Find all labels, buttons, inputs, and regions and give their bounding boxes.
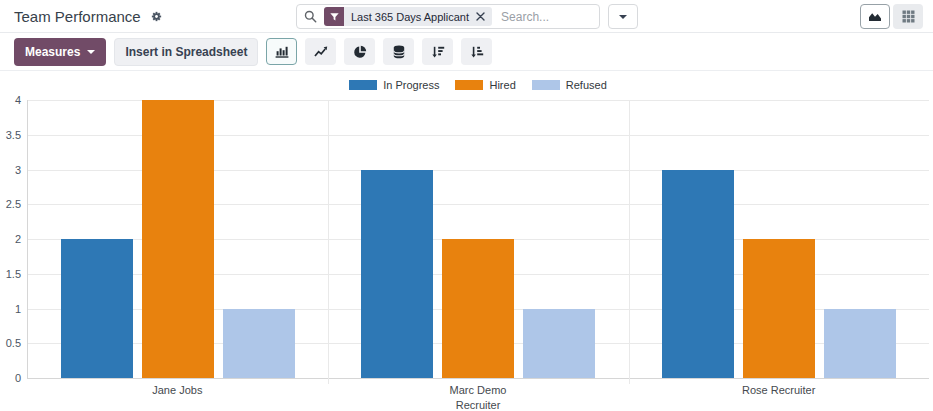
bar[interactable] xyxy=(61,239,133,378)
search-dropdown-toggle[interactable] xyxy=(608,4,638,29)
pivot-table-icon xyxy=(902,10,915,23)
x-axis: Jane JobsMarc DemoRose Recruiter xyxy=(27,384,929,396)
line-chart-button[interactable] xyxy=(305,38,336,65)
y-tick-label: 3 xyxy=(15,164,21,176)
y-tick-label: 0 xyxy=(15,372,21,384)
facet-body: Last 365 Days Applicant xyxy=(344,7,492,26)
graph-view-button[interactable] xyxy=(860,4,890,29)
bar-chart-icon xyxy=(275,45,289,58)
y-tick-label: 2.5 xyxy=(6,198,21,210)
sort-ascending-icon xyxy=(470,45,484,59)
bar[interactable] xyxy=(523,309,595,379)
x-tick-label: Jane Jobs xyxy=(27,384,328,396)
y-tick-label: 2 xyxy=(15,233,21,245)
legend-item[interactable]: In Progress xyxy=(349,79,439,91)
y-tick-label: 1.5 xyxy=(6,268,21,280)
view-switcher xyxy=(860,4,923,29)
app-window: Team Performance xyxy=(0,0,933,411)
sort-descending-icon xyxy=(431,45,445,59)
bar[interactable] xyxy=(223,309,295,379)
legend-swatch xyxy=(455,80,483,90)
legend-label: Hired xyxy=(489,79,515,91)
gear-icon[interactable] xyxy=(150,10,163,23)
search-icon xyxy=(304,10,317,23)
stacked-button[interactable] xyxy=(383,38,414,65)
facet-label: Last 365 Days Applicant xyxy=(351,11,469,23)
page-title: Team Performance xyxy=(14,8,141,25)
legend-label: Refused xyxy=(566,79,607,91)
x-tick-label: Marc Demo xyxy=(328,384,629,396)
chevron-down-icon xyxy=(87,50,95,54)
y-tick-label: 3.5 xyxy=(6,129,21,141)
measures-button[interactable]: Measures xyxy=(14,38,106,66)
bar-group xyxy=(28,100,328,378)
legend-swatch xyxy=(349,80,377,90)
pie-chart-button[interactable] xyxy=(344,38,375,65)
legend-label: In Progress xyxy=(383,79,439,91)
bar-group xyxy=(328,100,628,378)
gear-icon-glyph xyxy=(150,10,163,23)
control-panel: Measures Insert in Spreadsheet xyxy=(0,33,933,71)
top-bar: Team Performance xyxy=(0,0,933,33)
close-icon[interactable] xyxy=(476,12,485,21)
chevron-down-icon xyxy=(619,15,627,19)
legend-swatch xyxy=(532,80,560,90)
bar[interactable] xyxy=(361,170,433,379)
y-axis: 00.511.522.533.54 xyxy=(0,100,21,378)
bar-group xyxy=(629,100,929,378)
bar-chart-button[interactable] xyxy=(266,38,297,65)
line-chart-icon xyxy=(314,45,328,58)
bar[interactable] xyxy=(743,239,815,378)
legend-item[interactable]: Refused xyxy=(532,79,607,91)
bar[interactable] xyxy=(662,170,734,379)
bar[interactable] xyxy=(142,100,214,378)
y-tick-label: 1 xyxy=(15,303,21,315)
filter-funnel-icon xyxy=(324,7,344,26)
plot-area xyxy=(27,100,929,379)
y-tick-label: 0.5 xyxy=(6,337,21,349)
search-input[interactable] xyxy=(499,9,592,25)
pivot-view-button[interactable] xyxy=(893,4,923,29)
bar-groups xyxy=(28,100,929,378)
y-tick-label: 4 xyxy=(15,94,21,106)
search-group: Last 365 Days Applicant xyxy=(296,4,638,29)
legend-item[interactable]: Hired xyxy=(455,79,515,91)
insert-in-spreadsheet-button[interactable]: Insert in Spreadsheet xyxy=(114,38,258,66)
chart-legend: In ProgressHiredRefused xyxy=(27,79,929,91)
measures-label: Measures xyxy=(25,45,80,59)
search-facet: Last 365 Days Applicant xyxy=(324,7,492,26)
area-chart-icon xyxy=(868,10,882,23)
x-axis-title: Recruiter xyxy=(27,399,929,411)
pie-chart-icon xyxy=(353,45,367,59)
sort-ascending-button[interactable] xyxy=(461,38,492,65)
chart-area: In ProgressHiredRefused 00.511.522.533.5… xyxy=(0,71,933,411)
x-tick-label: Rose Recruiter xyxy=(628,384,929,396)
sort-descending-button[interactable] xyxy=(422,38,453,65)
bar[interactable] xyxy=(824,309,896,379)
bar[interactable] xyxy=(442,239,514,378)
search-bar[interactable]: Last 365 Days Applicant xyxy=(296,4,600,29)
database-icon xyxy=(392,45,406,59)
